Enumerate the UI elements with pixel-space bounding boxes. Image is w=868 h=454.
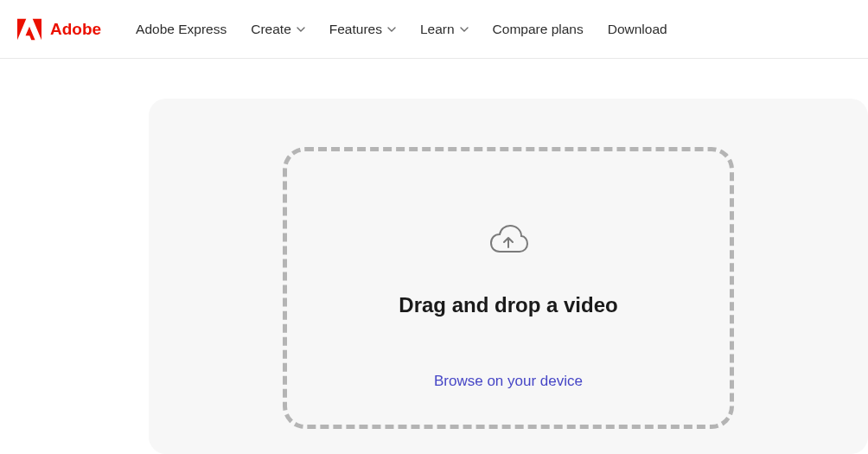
upload-card: Drag and drop a video Browse on your dev… [149,99,868,454]
main-nav: Adobe Express Create Features Learn Comp… [136,22,667,37]
content-area: Drag and drop a video Browse on your dev… [0,59,868,454]
nav-create[interactable]: Create [251,22,305,37]
nav-label: Adobe Express [136,22,227,37]
brand-name: Adobe [50,20,101,39]
browse-device-link[interactable]: Browse on your device [434,373,583,390]
nav-label: Features [329,22,382,37]
nav-label: Create [251,22,291,37]
chevron-down-icon [297,27,305,32]
nav-download[interactable]: Download [608,22,667,37]
video-dropzone[interactable]: Drag and drop a video Browse on your dev… [283,147,734,429]
dropzone-title: Drag and drop a video [399,293,617,317]
logo-block[interactable]: Adobe [17,18,101,41]
nav-learn[interactable]: Learn [420,22,469,37]
nav-adobe-express[interactable]: Adobe Express [136,22,227,37]
nav-label: Compare plans [493,22,584,37]
nav-label: Download [608,22,667,37]
nav-compare-plans[interactable]: Compare plans [493,22,584,37]
cloud-upload-icon [487,222,530,255]
header: Adobe Adobe Express Create Features Lear… [0,0,868,59]
nav-label: Learn [420,22,455,37]
chevron-down-icon [387,27,396,32]
nav-features[interactable]: Features [329,22,396,37]
adobe-logo-icon [17,18,41,41]
chevron-down-icon [460,27,469,32]
